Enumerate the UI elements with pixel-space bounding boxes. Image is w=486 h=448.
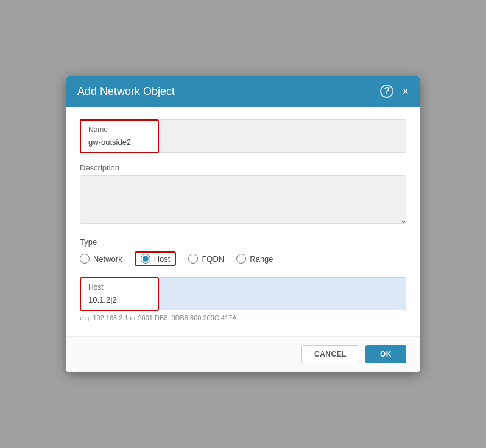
radio-item-fqdn[interactable]: FQDN (188, 254, 224, 264)
radio-label-network: Network (93, 254, 122, 264)
close-icon[interactable]: × (402, 86, 409, 97)
host-radio-outlined: Host (135, 251, 177, 266)
host-field-value: 10.1.2|2 (88, 295, 117, 304)
type-label: Type (80, 237, 406, 247)
radio-item-range[interactable]: Range (236, 254, 273, 264)
radio-group: Network Host FQDN Range (80, 251, 406, 266)
dialog-footer: CANCEL OK (66, 336, 420, 372)
cancel-button[interactable]: CANCEL (301, 345, 359, 363)
ok-button[interactable]: OK (365, 345, 406, 363)
radio-host[interactable] (141, 254, 150, 264)
dialog: Add Network Object ? × Name gw-outside2 (66, 76, 420, 372)
dialog-title: Add Network Object (77, 85, 175, 98)
host-hint: e.g. 192.168.2.1 or 2001:DB8::0DB8:800:2… (80, 314, 406, 321)
dialog-header: Add Network Object ? × (66, 76, 420, 107)
radio-item-host[interactable]: Host (141, 254, 171, 264)
radio-item-network[interactable]: Network (80, 254, 122, 264)
description-section: Description (80, 163, 406, 226)
host-field-label: Host (88, 283, 150, 292)
radio-label-host: Host (154, 254, 171, 264)
host-section: Host 10.1.2|2 e.g. 192.168.2.1 or 2001:D… (80, 277, 406, 321)
radio-label-fqdn: FQDN (202, 254, 224, 264)
radio-network[interactable] (80, 254, 90, 264)
radio-fqdn[interactable] (188, 254, 198, 264)
name-section: Name gw-outside2 Name gw-outside2 (80, 119, 406, 153)
help-icon[interactable]: ? (380, 85, 393, 98)
description-textarea[interactable] (80, 175, 406, 224)
description-label: Description (80, 163, 406, 172)
name-field-value: gw-outside2 (88, 138, 131, 147)
name-field-label: Name (88, 125, 150, 134)
dialog-overlay: Add Network Object ? × Name gw-outside2 (0, 0, 486, 448)
type-section: Type Network Host FQDN (80, 237, 406, 266)
dialog-body: Name gw-outside2 Name gw-outside2 (66, 107, 420, 336)
radio-label-range: Range (250, 254, 273, 264)
radio-range[interactable] (236, 254, 246, 264)
header-icons: ? × (380, 85, 409, 98)
